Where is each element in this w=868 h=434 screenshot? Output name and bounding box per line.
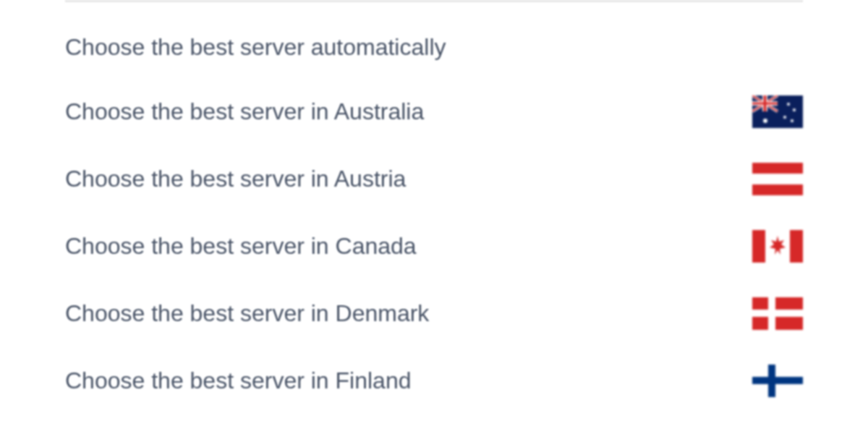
- flag-australia-icon: [752, 95, 803, 128]
- svg-rect-16: [790, 230, 803, 263]
- flag-denmark-icon: [752, 297, 803, 330]
- section-divider: [65, 0, 803, 2]
- server-list-container: Choose the best server automatically Cho…: [0, 0, 868, 414]
- server-item-label: Choose the best server in Denmark: [65, 300, 429, 327]
- svg-rect-5: [752, 103, 778, 105]
- server-item-label: Choose the best server in Finland: [65, 367, 411, 394]
- svg-rect-14: [752, 230, 765, 263]
- server-item-label: Choose the best server automatically: [65, 34, 446, 61]
- svg-rect-22: [752, 377, 803, 384]
- flag-canada-icon: [752, 230, 803, 263]
- svg-point-8: [783, 116, 786, 119]
- server-item-canada[interactable]: Choose the best server in Canada: [65, 213, 803, 280]
- server-item-label: Choose the best server in Austria: [65, 166, 406, 192]
- server-item-label: Choose the best server in Australia: [65, 98, 424, 125]
- flag-finland-icon: [752, 365, 803, 397]
- server-item-denmark[interactable]: Choose the best server in Denmark: [65, 280, 803, 347]
- svg-point-7: [793, 109, 796, 111]
- server-item-automatic[interactable]: Choose the best server automatically: [65, 17, 803, 78]
- svg-rect-19: [752, 310, 803, 317]
- flag-austria-icon: [752, 163, 803, 195]
- server-list: Choose the best server automatically Cho…: [65, 17, 803, 414]
- server-item-label: Choose the best server in Canada: [65, 233, 417, 260]
- svg-point-9: [791, 119, 793, 122]
- svg-point-6: [787, 103, 790, 106]
- server-item-finland[interactable]: Choose the best server in Finland: [65, 347, 803, 414]
- server-item-austria[interactable]: Choose the best server in Austria: [65, 145, 803, 213]
- svg-rect-11: [752, 163, 803, 174]
- server-item-australia[interactable]: Choose the best server in Australia: [65, 78, 803, 145]
- svg-rect-13: [752, 184, 803, 195]
- svg-rect-12: [752, 174, 803, 184]
- svg-point-10: [763, 119, 767, 123]
